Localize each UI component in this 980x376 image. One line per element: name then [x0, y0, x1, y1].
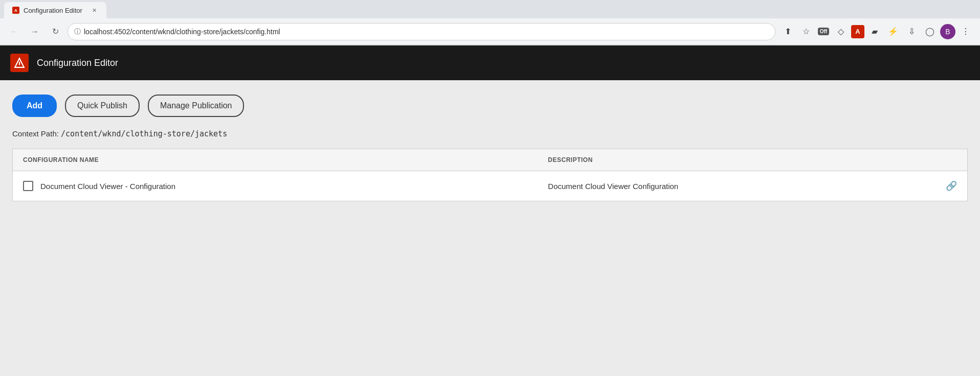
- browser-toolbar: ← → ↻ ⓘ localhost:4502/content/wknd/clot…: [0, 18, 980, 45]
- more-button[interactable]: ⋮: [957, 24, 974, 40]
- link-icon[interactable]: 🔗: [946, 181, 957, 191]
- col-actions-header: [920, 149, 967, 171]
- main-content: Add Quick Publish Manage Publication Con…: [0, 80, 980, 376]
- ext-off-label: Off: [818, 28, 829, 35]
- col-desc-header: DESCRIPTION: [538, 149, 920, 171]
- reload-icon: ↻: [52, 27, 59, 36]
- info-icon: ⓘ: [74, 27, 81, 36]
- table-body: Document Cloud Viewer - Configuration Do…: [13, 171, 968, 201]
- app-title: Configuration Editor: [37, 58, 118, 68]
- back-icon: ←: [10, 27, 18, 36]
- add-button[interactable]: Add: [12, 95, 57, 117]
- download-icon: ⇩: [908, 27, 915, 36]
- tab-close-button[interactable]: ✕: [90, 6, 98, 14]
- extensions-button[interactable]: ▰: [866, 24, 883, 40]
- download-button[interactable]: ⇩: [903, 24, 920, 40]
- bookmark-button[interactable]: ☆: [798, 24, 814, 40]
- lightning-button[interactable]: ⚡: [885, 24, 901, 40]
- forward-icon: →: [31, 27, 39, 36]
- tab-favicon: A: [12, 7, 19, 14]
- toolbar-actions: ⬆ ☆ Off ◇ A ▰ ⚡ ⇩: [779, 24, 974, 40]
- col-name-label: CONFIGURATION NAME: [23, 156, 99, 163]
- bookmark-icon: ☆: [803, 27, 810, 36]
- profile-label: B: [945, 28, 950, 36]
- col-desc-label: DESCRIPTION: [548, 156, 593, 163]
- sidebar-icon: ◯: [925, 27, 934, 36]
- config-description: Document Cloud Viewer Configuration: [548, 182, 678, 191]
- forward-button[interactable]: →: [27, 24, 43, 40]
- context-path-label: Context Path:: [12, 129, 59, 138]
- app-logo: [10, 54, 29, 72]
- tab-title: Configuration Editor: [24, 7, 82, 14]
- table-row: Document Cloud Viewer - Configuration Do…: [13, 171, 968, 201]
- browser-tab[interactable]: A Configuration Editor ✕: [4, 2, 106, 18]
- back-button[interactable]: ←: [6, 24, 23, 40]
- manage-publication-button[interactable]: Manage Publication: [148, 95, 244, 117]
- extension-adobe-button[interactable]: A: [851, 25, 864, 38]
- sidebar-button[interactable]: ◯: [922, 24, 938, 40]
- extension-off-icon[interactable]: Off: [816, 25, 831, 39]
- app-header: Configuration Editor: [0, 45, 980, 80]
- more-icon: ⋮: [962, 27, 970, 36]
- url-path: :4502/content/wknd/clothing-store/jacket…: [112, 28, 280, 36]
- action-toolbar: Add Quick Publish Manage Publication: [12, 95, 968, 117]
- table-cell-name: Document Cloud Viewer - Configuration: [13, 171, 538, 201]
- diamond-icon: ◇: [838, 27, 844, 36]
- adobe-logo-icon: [14, 57, 25, 68]
- checkbox-cell: Document Cloud Viewer - Configuration: [23, 181, 527, 191]
- configuration-table: CONFIGURATION NAME DESCRIPTION Document …: [12, 149, 968, 201]
- table-header: CONFIGURATION NAME DESCRIPTION: [13, 149, 968, 171]
- row-checkbox[interactable]: [23, 181, 33, 191]
- profile-button[interactable]: B: [940, 24, 955, 39]
- context-path-value: /content/wknd/clothing-store/jackets: [61, 129, 227, 138]
- address-bar[interactable]: ⓘ localhost:4502/content/wknd/clothing-s…: [68, 23, 775, 40]
- col-name-header: CONFIGURATION NAME: [13, 149, 538, 171]
- table-cell-actions: 🔗: [920, 171, 967, 201]
- table-cell-desc: Document Cloud Viewer Configuration: [538, 171, 920, 201]
- adobe-icon: A: [855, 28, 860, 35]
- url-host: localhost: [84, 28, 112, 36]
- context-path: Context Path: /content/wknd/clothing-sto…: [12, 129, 968, 138]
- share-icon: ⬆: [785, 27, 791, 36]
- url-text: localhost:4502/content/wknd/clothing-sto…: [84, 28, 769, 36]
- extension-diamond-button[interactable]: ◇: [833, 24, 849, 40]
- puzzle-icon: ▰: [872, 27, 878, 36]
- lightning-icon: ⚡: [888, 27, 898, 36]
- reload-button[interactable]: ↻: [47, 24, 63, 40]
- config-name: Document Cloud Viewer - Configuration: [40, 182, 175, 191]
- quick-publish-button[interactable]: Quick Publish: [65, 95, 140, 117]
- share-button[interactable]: ⬆: [779, 24, 796, 40]
